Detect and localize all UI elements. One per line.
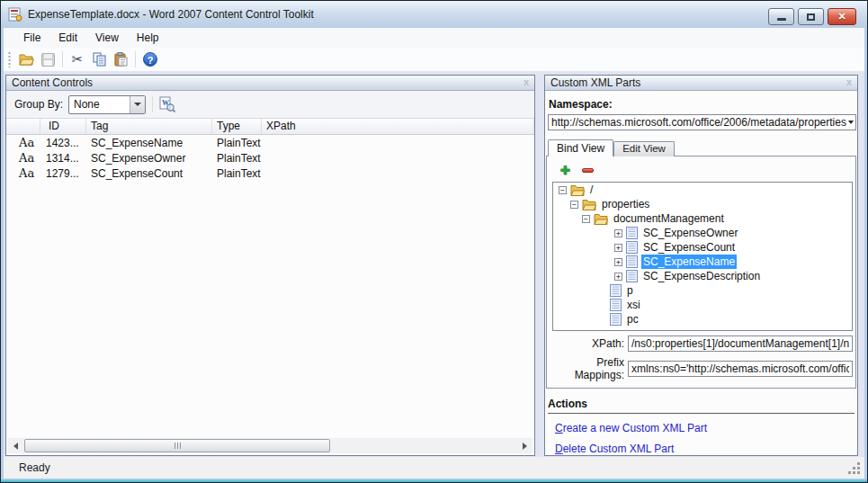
document-icon: [610, 284, 622, 297]
group-by-select[interactable]: None: [68, 95, 146, 114]
document-icon: [626, 255, 638, 268]
tree-node-sc-expensecount[interactable]: + SC_ExpenseCount: [553, 240, 852, 255]
namespace-value: http://schemas.microsoft.com/office/2006…: [549, 116, 848, 129]
expand-icon[interactable]: +: [614, 244, 622, 252]
remove-node-button[interactable]: [582, 168, 594, 173]
cell-type: PlainText: [212, 137, 262, 149]
menu-help[interactable]: Help: [128, 29, 168, 47]
xml-tree: − / − properties −: [552, 182, 853, 331]
document-icon: [626, 270, 638, 282]
expand-icon[interactable]: +: [614, 273, 622, 281]
help-button[interactable]: ?: [139, 49, 161, 70]
table-row[interactable]: Aa 1423... SC_ExpenseName PlainText: [6, 135, 534, 150]
minimize-icon: [777, 18, 786, 21]
tree-node-xsi[interactable]: xsi: [553, 298, 852, 312]
plaintext-control-icon: Aa: [6, 167, 40, 179]
dropdown-button[interactable]: [130, 96, 145, 113]
tree-node-documentmanagement[interactable]: − documentManagement: [553, 211, 852, 226]
actions-section: Actions Create a new Custom XML Part Del…: [548, 398, 855, 455]
bind-view-page: ✚ − / −: [546, 156, 856, 389]
content-controls-table: ID Tag Type XPath Aa 1423... SC_ExpenseN…: [6, 119, 534, 181]
separator: [152, 96, 153, 112]
menu-edit[interactable]: Edit: [49, 29, 86, 47]
scroll-right-button[interactable]: [517, 438, 532, 453]
panel-close-icon[interactable]: x: [846, 76, 852, 87]
namespace-select[interactable]: http://schemas.microsoft.com/office/2006…: [548, 114, 856, 130]
document-icon: [626, 241, 638, 254]
tree-node-properties[interactable]: − properties: [553, 197, 852, 211]
content-controls-title: Content Controls: [12, 76, 93, 89]
custom-xml-parts-header: Custom XML Parts x: [545, 76, 857, 91]
create-xml-part-link[interactable]: Create a new Custom XML Part: [555, 422, 707, 434]
paste-button[interactable]: [110, 49, 131, 70]
close-button[interactable]: ✕: [828, 8, 856, 25]
tree-node-sc-expensename[interactable]: + SC_ExpenseName: [553, 255, 852, 269]
column-header-type[interactable]: Type: [212, 119, 262, 134]
scrollbar-track[interactable]: [23, 438, 517, 453]
table-row[interactable]: Aa 1279... SC_ExpenseCount PlainText: [6, 165, 534, 181]
group-by-label: Group By:: [14, 98, 63, 111]
document-icon: [610, 299, 622, 311]
horizontal-scrollbar[interactable]: [8, 438, 532, 453]
find-in-document-icon[interactable]: W: [159, 96, 175, 112]
status-bar: Ready: [4, 457, 864, 479]
tree-node-sc-expensedescription[interactable]: + SC_ExpenseDescription: [553, 269, 852, 283]
content-controls-panel: Content Controls x Group By: None W: [5, 75, 535, 456]
custom-xml-parts-title: Custom XML Parts: [550, 76, 640, 89]
tab-edit-view[interactable]: Edit View: [613, 141, 675, 157]
table-row[interactable]: Aa 1314... SC_ExpenseOwner PlainText: [6, 150, 534, 165]
tree-node-p[interactable]: p: [553, 283, 852, 298]
menu-file[interactable]: File: [14, 29, 49, 47]
tab-bind-view[interactable]: Bind View: [548, 139, 613, 157]
arrow-left-icon: [13, 443, 18, 450]
collapse-icon[interactable]: −: [559, 186, 567, 194]
open-button[interactable]: [15, 49, 37, 70]
xpath-label: XPath:: [547, 337, 628, 350]
toolbar-separator: [62, 51, 63, 67]
view-tabs: Bind View Edit View: [548, 139, 857, 157]
cell-tag: SC_ExpenseCount: [86, 167, 212, 180]
status-text: Ready: [19, 461, 50, 474]
tree-node-pc[interactable]: pc: [553, 312, 852, 326]
column-header-icon[interactable]: [6, 119, 40, 134]
collapse-icon[interactable]: −: [570, 201, 578, 209]
document-icon: [626, 227, 638, 239]
save-button[interactable]: [37, 49, 58, 70]
column-header-tag[interactable]: Tag: [86, 119, 212, 134]
toolbar-grip[interactable]: [8, 51, 11, 67]
scroll-left-button[interactable]: [8, 438, 23, 453]
expand-icon[interactable]: +: [614, 258, 622, 266]
folder-icon: [582, 199, 596, 210]
tree-node-root[interactable]: − /: [553, 183, 852, 197]
column-header-xpath[interactable]: XPath: [262, 119, 534, 134]
expand-icon[interactable]: +: [614, 229, 622, 237]
cut-icon: ✂: [72, 51, 84, 67]
plaintext-control-icon: Aa: [6, 137, 40, 148]
xpath-field[interactable]: [628, 335, 853, 352]
dock-area: Content Controls x Group By: None W: [4, 72, 864, 457]
chevron-down-icon: [848, 121, 854, 124]
cell-id: 1314...: [40, 152, 86, 165]
delete-xml-part-link[interactable]: Delete Custom XML Part: [555, 443, 674, 455]
save-icon: [41, 53, 55, 67]
scrollbar-thumb[interactable]: [24, 439, 330, 452]
resize-grip[interactable]: [848, 462, 860, 474]
toolbar: ✂ ?: [4, 48, 864, 72]
menu-view[interactable]: View: [86, 29, 128, 47]
content-controls-header: Content Controls x: [6, 76, 534, 91]
title-bar[interactable]: ExpenseTemplate.docx - Word 2007 Content…: [1, 1, 867, 28]
minimize-button[interactable]: [768, 8, 794, 25]
namespace-label: Namespace:: [549, 98, 857, 111]
collapse-icon[interactable]: −: [582, 215, 590, 223]
tree-node-sc-expenseowner[interactable]: + SC_ExpenseOwner: [553, 226, 852, 240]
panel-close-icon[interactable]: x: [523, 76, 529, 87]
add-node-button[interactable]: ✚: [560, 165, 570, 176]
prefix-mappings-field[interactable]: [628, 361, 853, 377]
cut-button[interactable]: ✂: [67, 49, 88, 70]
cell-id: 1423...: [40, 137, 86, 149]
column-header-id[interactable]: ID: [40, 119, 86, 134]
copy-button[interactable]: [88, 49, 110, 70]
cell-id: 1279...: [40, 167, 86, 180]
folder-icon: [570, 184, 585, 196]
maximize-button[interactable]: [798, 8, 824, 25]
